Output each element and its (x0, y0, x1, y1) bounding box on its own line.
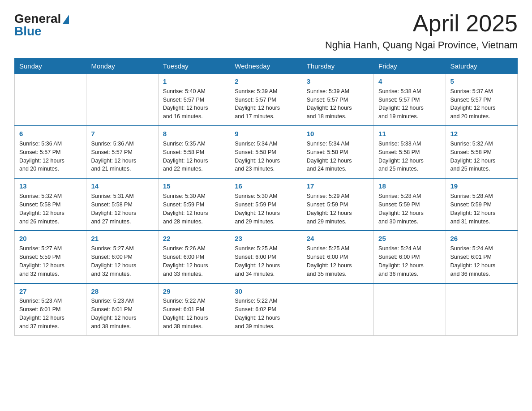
day-info: Sunrise: 5:38 AM Sunset: 5:57 PM Dayligh… (378, 88, 424, 120)
page-header: General Blue April 2025 (14, 11, 518, 38)
day-info: Sunrise: 5:27 AM Sunset: 5:59 PM Dayligh… (19, 245, 64, 277)
day-info: Sunrise: 5:30 AM Sunset: 5:59 PM Dayligh… (163, 193, 208, 225)
calendar-cell (86, 74, 158, 126)
day-number: 19 (450, 181, 513, 191)
day-number: 18 (378, 181, 441, 191)
day-number: 17 (307, 181, 369, 191)
day-number: 29 (163, 287, 225, 296)
day-info: Sunrise: 5:23 AM Sunset: 6:01 PM Dayligh… (19, 298, 64, 330)
calendar-day-header: Friday (374, 59, 446, 74)
day-info: Sunrise: 5:28 AM Sunset: 5:59 PM Dayligh… (378, 193, 424, 225)
day-info: Sunrise: 5:22 AM Sunset: 6:01 PM Dayligh… (163, 298, 208, 330)
day-info: Sunrise: 5:29 AM Sunset: 5:59 PM Dayligh… (307, 193, 352, 225)
calendar-cell: 5Sunrise: 5:37 AM Sunset: 5:57 PM Daylig… (446, 74, 517, 126)
calendar-cell (302, 283, 373, 336)
calendar-cell: 25Sunrise: 5:24 AM Sunset: 6:00 PM Dayli… (374, 231, 446, 283)
calendar-cell: 4Sunrise: 5:38 AM Sunset: 5:57 PM Daylig… (374, 74, 446, 126)
day-number: 20 (19, 234, 82, 244)
calendar-cell: 20Sunrise: 5:27 AM Sunset: 5:59 PM Dayli… (15, 231, 86, 283)
day-number: 21 (91, 234, 153, 244)
day-info: Sunrise: 5:30 AM Sunset: 5:59 PM Dayligh… (235, 193, 280, 225)
calendar-cell: 24Sunrise: 5:25 AM Sunset: 6:00 PM Dayli… (302, 231, 373, 283)
calendar-cell: 27Sunrise: 5:23 AM Sunset: 6:01 PM Dayli… (15, 283, 86, 336)
calendar-cell: 21Sunrise: 5:27 AM Sunset: 6:00 PM Dayli… (86, 231, 158, 283)
calendar-cell: 23Sunrise: 5:25 AM Sunset: 6:00 PM Dayli… (230, 231, 302, 283)
day-number: 22 (163, 234, 225, 244)
calendar-week-row: 20Sunrise: 5:27 AM Sunset: 5:59 PM Dayli… (15, 231, 518, 283)
logo: General Blue (14, 13, 69, 38)
day-info: Sunrise: 5:28 AM Sunset: 5:59 PM Dayligh… (450, 193, 496, 225)
calendar-cell: 18Sunrise: 5:28 AM Sunset: 5:59 PM Dayli… (374, 178, 446, 231)
calendar-cell: 7Sunrise: 5:36 AM Sunset: 5:57 PM Daylig… (86, 126, 158, 178)
day-info: Sunrise: 5:25 AM Sunset: 6:00 PM Dayligh… (307, 245, 352, 277)
logo-blue-text: Blue (14, 25, 42, 38)
calendar-day-header: Wednesday (230, 59, 302, 74)
day-info: Sunrise: 5:34 AM Sunset: 5:58 PM Dayligh… (307, 141, 352, 172)
calendar-cell: 2Sunrise: 5:39 AM Sunset: 5:57 PM Daylig… (230, 74, 302, 126)
day-number: 16 (235, 181, 297, 191)
day-number: 2 (235, 77, 297, 86)
location-title: Nghia Hanh, Quang Ngai Province, Vietnam (14, 39, 518, 51)
day-number: 11 (378, 129, 441, 139)
day-number: 25 (378, 234, 441, 244)
day-number: 4 (378, 77, 441, 86)
day-info: Sunrise: 5:31 AM Sunset: 5:58 PM Dayligh… (91, 193, 136, 225)
day-number: 27 (19, 287, 82, 296)
day-number: 5 (450, 77, 513, 86)
day-number: 15 (163, 181, 225, 191)
month-title: April 2025 (413, 11, 518, 36)
day-number: 23 (235, 234, 297, 244)
calendar-cell: 13Sunrise: 5:32 AM Sunset: 5:58 PM Dayli… (15, 178, 86, 231)
calendar-cell: 12Sunrise: 5:32 AM Sunset: 5:58 PM Dayli… (446, 126, 517, 178)
calendar-cell (446, 283, 517, 336)
day-info: Sunrise: 5:36 AM Sunset: 5:57 PM Dayligh… (91, 141, 136, 172)
calendar-day-header: Sunday (15, 59, 86, 74)
calendar-cell: 29Sunrise: 5:22 AM Sunset: 6:01 PM Dayli… (158, 283, 230, 336)
day-number: 9 (235, 129, 297, 139)
day-info: Sunrise: 5:22 AM Sunset: 6:02 PM Dayligh… (235, 298, 280, 330)
calendar-week-row: 13Sunrise: 5:32 AM Sunset: 5:58 PM Dayli… (15, 178, 518, 231)
calendar-cell: 10Sunrise: 5:34 AM Sunset: 5:58 PM Dayli… (302, 126, 373, 178)
calendar-cell (15, 74, 86, 126)
day-info: Sunrise: 5:33 AM Sunset: 5:58 PM Dayligh… (378, 141, 424, 172)
day-number: 10 (307, 129, 369, 139)
day-number: 26 (450, 234, 513, 244)
calendar-cell: 22Sunrise: 5:26 AM Sunset: 6:00 PM Dayli… (158, 231, 230, 283)
day-number: 28 (91, 287, 153, 296)
day-info: Sunrise: 5:32 AM Sunset: 5:58 PM Dayligh… (19, 193, 64, 225)
day-info: Sunrise: 5:36 AM Sunset: 5:57 PM Dayligh… (19, 141, 64, 172)
logo-general-text: General (14, 13, 61, 25)
calendar-day-header: Tuesday (158, 59, 230, 74)
calendar-cell: 6Sunrise: 5:36 AM Sunset: 5:57 PM Daylig… (15, 126, 86, 178)
calendar-day-header: Monday (86, 59, 158, 74)
calendar-cell: 1Sunrise: 5:40 AM Sunset: 5:57 PM Daylig… (158, 74, 230, 126)
calendar-cell: 11Sunrise: 5:33 AM Sunset: 5:58 PM Dayli… (374, 126, 446, 178)
day-info: Sunrise: 5:40 AM Sunset: 5:57 PM Dayligh… (163, 88, 208, 120)
day-info: Sunrise: 5:34 AM Sunset: 5:58 PM Dayligh… (235, 141, 280, 172)
day-info: Sunrise: 5:32 AM Sunset: 5:58 PM Dayligh… (450, 141, 496, 172)
day-number: 14 (91, 181, 153, 191)
calendar-cell: 15Sunrise: 5:30 AM Sunset: 5:59 PM Dayli… (158, 178, 230, 231)
day-info: Sunrise: 5:39 AM Sunset: 5:57 PM Dayligh… (307, 88, 352, 120)
calendar-cell (374, 283, 446, 336)
day-info: Sunrise: 5:35 AM Sunset: 5:58 PM Dayligh… (163, 141, 208, 172)
day-info: Sunrise: 5:37 AM Sunset: 5:57 PM Dayligh… (450, 88, 496, 120)
day-info: Sunrise: 5:24 AM Sunset: 6:01 PM Dayligh… (450, 245, 496, 277)
calendar-cell: 9Sunrise: 5:34 AM Sunset: 5:58 PM Daylig… (230, 126, 302, 178)
day-number: 3 (307, 77, 369, 86)
calendar-table: SundayMondayTuesdayWednesdayThursdayFrid… (14, 58, 518, 336)
calendar-week-row: 1Sunrise: 5:40 AM Sunset: 5:57 PM Daylig… (15, 74, 518, 126)
calendar-cell: 16Sunrise: 5:30 AM Sunset: 5:59 PM Dayli… (230, 178, 302, 231)
day-number: 13 (19, 181, 82, 191)
calendar-day-header: Saturday (446, 59, 517, 74)
calendar-header-row: SundayMondayTuesdayWednesdayThursdayFrid… (15, 59, 518, 74)
logo-triangle-icon (63, 15, 69, 24)
day-number: 30 (235, 287, 297, 296)
day-info: Sunrise: 5:26 AM Sunset: 6:00 PM Dayligh… (163, 245, 208, 277)
day-number: 8 (163, 129, 225, 139)
calendar-cell: 3Sunrise: 5:39 AM Sunset: 5:57 PM Daylig… (302, 74, 373, 126)
calendar-cell: 17Sunrise: 5:29 AM Sunset: 5:59 PM Dayli… (302, 178, 373, 231)
logo-general: General (14, 13, 69, 25)
calendar-day-header: Thursday (302, 59, 373, 74)
day-number: 12 (450, 129, 513, 139)
